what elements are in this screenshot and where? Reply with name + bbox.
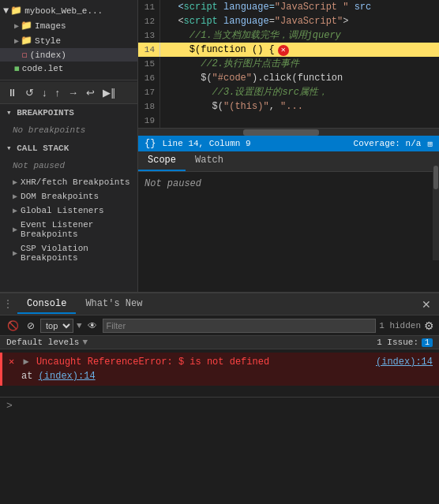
expand-error-icon[interactable]: ▶ [23,357,28,368]
console-kebab-icon[interactable]: ⋮ [3,298,13,310]
csp-violation-breakpoints[interactable]: ▶ CSP Violation Breakpoints [0,241,137,265]
breakpoints-label: ▾ Breakpoints [6,107,74,118]
tab-scope[interactable]: Scope [138,151,186,171]
xhr-fetch-breakpoints[interactable]: ▶ XHR/fetch Breakpoints [0,175,137,189]
status-right: Coverage: n/a ⊞ [354,139,433,149]
arrow-icon-event: ▶ [13,225,17,234]
resume-button[interactable]: ↺ [23,86,36,99]
console-input[interactable] [16,401,433,412]
eye-icon-button[interactable]: 👁 [85,319,99,332]
tree-item-codelet[interactable]: ◼ code.let [0,62,137,75]
tree-root[interactable]: ▼ 📁 mybook_Web_e... [0,3,137,18]
chevron-down-icon: ▼ [3,6,9,17]
hidden-count: 1 hidden [379,321,421,330]
console-filter-input[interactable] [103,319,377,333]
tab-watch-label: Watch [195,155,223,166]
tab-whats-new[interactable]: What's New [76,295,152,314]
step-over-button[interactable]: ↓ [39,86,50,99]
error-icon: ✕ [9,357,14,368]
code-line-13: 13 //1.当文档加载完华，调用jquery [138,28,439,43]
issue-badge[interactable]: 1 [422,338,433,347]
images-label: Images [35,21,66,31]
console-tab-bar: ⋮ Console What's New ✕ [0,293,439,315]
file-icon-js: ◼ [14,63,20,73]
event-label: Event Listener Breakpoints [21,220,131,239]
arrow-icon-dom: ▶ [13,192,17,201]
console-messages: ✕ ▶ Uncaught ReferenceError: $ is not de… [0,349,439,397]
dom-breakpoints[interactable]: ▶ DOM Breakpoints [0,189,137,203]
arrow-icon-csp: ▶ [13,248,17,258]
line-col: Line 14, Column 9 [162,139,250,148]
global-label: Global Listeners [21,206,104,215]
event-listener-breakpoints[interactable]: ▶ Event Listener Breakpoints [0,218,137,241]
code-line-18: 18 $("(this)", "... [138,99,439,114]
error-link-1[interactable]: (index):14 [376,355,433,369]
dropdown-arrow: ▼ [77,321,82,330]
left-panel: ▼ 📁 mybook_Web_e... ▶ 📁 Images ▶ 📁 Style [0,0,138,292]
left-scrollbar-thumb [433,166,438,189]
horizontal-scrollbar[interactable] [138,128,439,136]
top-context-selector[interactable]: top [40,319,73,333]
folder-icon-style: 📁 [21,35,32,47]
folder-icon: 📁 [10,5,22,17]
curly-braces-icon: {} [144,138,156,149]
chevron-right-icon: ▶ [14,21,19,31]
scope-content: Not paused [138,172,439,196]
file-icon-html: ◻ [22,50,28,60]
chevron-right-icon-style: ▶ [14,36,19,46]
csp-label: CSP Violation Breakpoints [21,244,131,263]
breakpoints-header[interactable]: ▾ Breakpoints [0,104,137,121]
clear-console-button[interactable]: 🚫 [5,319,21,332]
callstack-label: ▾ Call Stack [6,143,69,153]
dom-label: DOM Breakpoints [21,192,99,201]
issue-count-label: 1 Issue: [377,338,418,347]
code-editor: 11 <script language="JavaScript " src 12… [138,0,439,128]
xhr-label: XHR/fetch Breakpoints [21,177,130,187]
error-sub-line: at (index):14 [9,369,433,383]
right-panel: 11 <script language="JavaScript " src 12… [138,0,439,292]
default-levels-label[interactable]: Default levels [6,338,79,347]
expand-icon[interactable]: ⊞ [427,139,433,149]
breakpoints-section: ▾ Breakpoints No breakpoints [0,104,137,140]
pause-button[interactable]: ⏸ [5,86,20,99]
code-line-12: 12 <script language="JavaScript"> [138,14,439,28]
separator [0,80,137,80]
code-line-11: 11 <script language="JavaScript " src [138,0,439,14]
status-bar: {} Line 14, Column 9 Coverage: n/a ⊞ [138,136,439,151]
step-into-button[interactable]: ↑ [53,86,63,99]
code-line-16: 16 $("#code").click(function [138,71,439,85]
step-back-button[interactable]: ↩ [84,86,97,99]
codelet-label: code.let [22,64,64,73]
console-input-row: > [0,397,439,414]
callstack-empty: Not paused [0,156,137,175]
step-out-button[interactable]: → [66,86,81,99]
tab-console-label: Console [27,298,66,309]
tab-watch[interactable]: Watch [186,151,233,171]
console-error-message: ✕ ▶ Uncaught ReferenceError: $ is not de… [0,353,439,386]
console-settings-filter[interactable]: ⊘ [24,319,37,332]
folder-icon-images: 📁 [21,20,32,32]
console-close-button[interactable]: ✕ [417,298,436,311]
console-issues-bar: Default levels ▼ 1 Issue: 1 [0,336,439,349]
callstack-section: ▾ Call Stack Not paused [0,140,137,175]
code-line-19: 19 [138,114,439,128]
tab-console[interactable]: Console [17,295,76,314]
tree-item-style[interactable]: ▶ 📁 Style [0,33,137,48]
error-link-2[interactable]: (index):14 [39,371,96,382]
console-settings-button[interactable]: ⚙ [424,319,434,332]
left-scrollbar[interactable] [433,158,439,260]
console-toolbar: 🚫 ⊘ top ▼ 👁 1 hidden ⚙ [0,315,439,336]
global-listeners[interactable]: ▶ Global Listeners [0,203,137,218]
horizontal-scrollbar-thumb [243,129,318,136]
tree-item-index[interactable]: ◻ (index) [0,48,137,62]
top-area: ▼ 📁 mybook_Web_e... ▶ 📁 Images ▶ 📁 Style [0,0,439,292]
devtools-window: ▼ 📁 mybook_Web_e... ▶ 📁 Images ▶ 📁 Style [0,0,439,504]
callstack-header[interactable]: ▾ Call Stack [0,140,137,156]
code-line-17: 17 //3.设置图片的src属性， [138,85,439,99]
deactivate-button[interactable]: ▶‖ [100,86,118,99]
error-main-line: ✕ ▶ Uncaught ReferenceError: $ is not de… [9,355,433,369]
tree-item-images[interactable]: ▶ 📁 Images [0,18,137,33]
tab-whats-new-label: What's New [85,298,142,309]
coverage-status: Coverage: n/a [354,139,422,148]
console-panel: ⋮ Console What's New ✕ 🚫 ⊘ top ▼ 👁 1 hid… [0,292,439,504]
